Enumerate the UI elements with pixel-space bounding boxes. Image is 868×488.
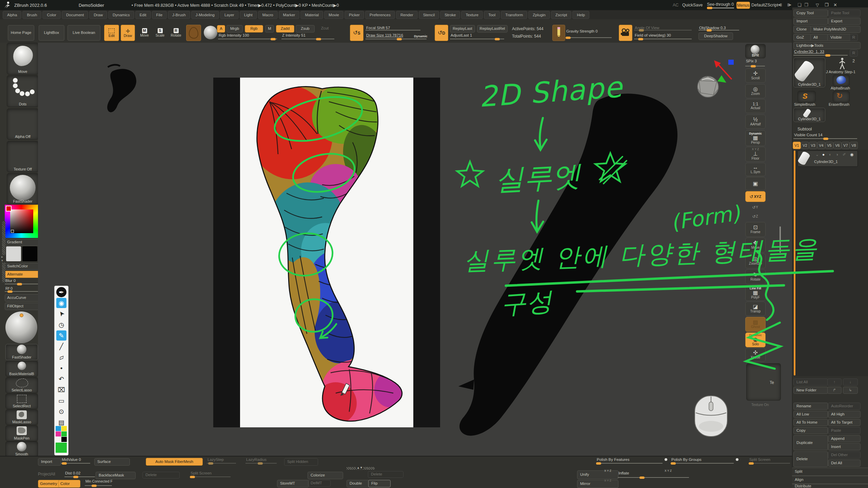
subtool-halfshade-icon[interactable]: ◐ [829,152,831,157]
lightbox-button[interactable]: LightBox [39,25,64,41]
actual-button[interactable]: 1:1Actual [745,99,766,113]
adjust-last-slider[interactable]: AdjustLast 1 [450,33,504,40]
stroke-type-button[interactable]: ↺S [350,25,363,41]
menu-brush[interactable]: Brush [22,11,41,19]
texture-thumb[interactable]: Texture Off [7,141,39,172]
canvas-scrollbar[interactable] [780,226,781,253]
replay-last-rel-button[interactable]: ReplayLastRel [477,25,508,33]
rotate-z-button[interactable]: ↺Z [745,212,765,221]
geometry-button[interactable]: Geometry [38,480,60,488]
polish-groups-toggle[interactable] [736,458,738,461]
subtool-header[interactable]: Subtool [797,127,812,131]
menu-color[interactable]: Color [42,11,60,19]
rotate-y-button[interactable]: ↺Y [745,203,765,212]
live-boolean-button[interactable]: Live Boolean [67,25,100,41]
angle-of-view-slider[interactable]: Angle Of View [634,26,692,31]
palette-black-swatch[interactable] [61,437,67,442]
default-zscript-button[interactable]: DefaultZScript [751,3,778,7]
edit-mode-button[interactable]: Edit [104,25,119,41]
polish-by-features-slider[interactable]: Polish By Features [596,458,663,464]
current-material-ball[interactable] [5,311,37,343]
menu-picker[interactable]: Picker [344,11,364,19]
timer-tool-button[interactable]: ◷ [56,320,66,330]
rename-button[interactable]: Rename [793,403,828,410]
rf-slider[interactable]: Rf 0 [5,286,38,292]
subtool-paint-icon[interactable]: ✐ [843,152,846,157]
menu-edit[interactable]: Edit [135,11,151,19]
palette-green-swatch[interactable] [61,431,67,436]
z-intensity-slider[interactable]: Z Intensity 51 [281,33,334,40]
subtool-delete-button[interactable]: Delete [793,451,828,467]
menu-document[interactable]: Document [62,11,88,19]
tray-scroll-strip-bottom[interactable] [2,263,5,282]
panels-b-icon[interactable]: ❐ [804,2,808,7]
pen-app-logo-icon[interactable]: ✒ [56,287,66,297]
solo-button[interactable]: Dynamic◉Solo [745,332,766,347]
menu-transform[interactable]: Transform [501,11,527,19]
tray-collapse-arrows[interactable]: ▸▾ [1,255,3,262]
all-high-button[interactable]: All High [828,411,861,418]
menu-stencil[interactable]: Stencil [419,11,439,19]
rgb-intensity-slider[interactable]: Rgb Intensity 100 [218,33,277,40]
see-through-slider[interactable] [707,7,734,8]
mirror-button[interactable]: Mirror [577,480,618,488]
subtool-tab-v1[interactable]: V1 [793,142,801,149]
replay-last-button[interactable]: ReplayLast [450,25,475,33]
screenshot-button[interactable]: ⊙ [56,406,66,416]
dist-slider[interactable]: Dist 0.02 [64,471,95,478]
main-color-swatch[interactable] [6,246,21,261]
lazy-step-slider[interactable]: LazyStep [207,458,236,464]
divider-stepper-right-icon[interactable]: ||||▶ [787,3,791,6]
material-thumb[interactable]: FastShader [7,173,39,204]
lazy-radius-slider[interactable]: LazyRadius [245,458,277,464]
menu-draw[interactable]: Draw [89,11,107,19]
line-tool-button[interactable]: ╱ [56,341,66,351]
menu-help[interactable]: Help [572,11,589,19]
double-button[interactable]: Double [347,480,370,487]
menu-zplugin[interactable]: Zplugin [528,11,550,19]
zoom3d-button[interactable]: ◎Zoom3D [745,253,766,268]
current-material-sphere[interactable] [204,26,217,39]
list-all-button[interactable]: List All [793,379,828,386]
gradient-button[interactable]: Gradient [5,239,41,246]
menu-material[interactable]: Material [300,11,323,19]
palette-yellow-swatch[interactable] [61,426,67,431]
subtool-moveup-folder-button[interactable]: ↱ [827,387,842,394]
auto-reorder-button[interactable]: AutoReorder [828,403,861,410]
persp-button[interactable]: Dynamic▦Persp [745,130,766,146]
spix-slider[interactable]: SPix 3 [745,59,765,67]
stroke-thumb[interactable]: Dots [7,75,39,107]
menu-texture[interactable]: Texture [461,11,483,19]
whiteboard-button[interactable]: ▭ [56,395,66,406]
paint-rgb-button[interactable]: Rgb [245,25,263,33]
mid-value-slider[interactable]: MidValue 0 [61,458,90,464]
all-to-home-button[interactable]: All To Home [793,419,828,426]
bb-delete-button-1[interactable]: Delete [142,472,180,479]
color-picker[interactable] [5,205,38,238]
polish-features-toggle[interactable] [665,458,667,461]
aahalf-button[interactable]: ½AAHalf [745,115,766,129]
goz-all-button[interactable]: All [810,34,829,41]
material-slot-fastshader[interactable]: FastShader [5,344,38,360]
zcut-button[interactable]: Zcut [318,25,332,32]
gravity-strength-slider[interactable]: Gravity Strength 0 [566,28,612,39]
color-section-button[interactable]: Color [58,480,80,488]
minimize-button[interactable]: ▽ [816,3,819,7]
tool-slot-maskpen[interactable]: MaskPen [5,425,38,441]
store-mt-button[interactable]: StoreMT [277,480,309,487]
menus-button[interactable]: Menus [736,2,750,9]
frame-button[interactable]: ⊡Frame [745,222,766,237]
zsub-button[interactable]: Zsub [296,25,315,33]
menu-jmodeling[interactable]: J-Modeling [191,11,219,19]
floor-button[interactable]: X Y Z⊥Floor [745,147,766,162]
subtool-tab-v5[interactable]: V5 [825,142,833,149]
subtool-flatten-icon[interactable]: ⌄ [815,152,819,157]
insert-button[interactable]: Insert [828,443,861,450]
anatomy-figure-icon[interactable] [838,58,846,70]
quicksave-button[interactable]: QuickSave [682,3,703,7]
subtool-tab-v2[interactable]: V2 [801,142,809,149]
menu-preferences[interactable]: Preferences [365,11,395,19]
clear-trash-button[interactable]: ⌧ [56,385,66,395]
clone-button[interactable]: Clone [793,26,812,33]
subtool-item[interactable]: ⌄ ● ◐ ◑ ✐ ◉ Cylinder3D_1 [797,150,858,167]
